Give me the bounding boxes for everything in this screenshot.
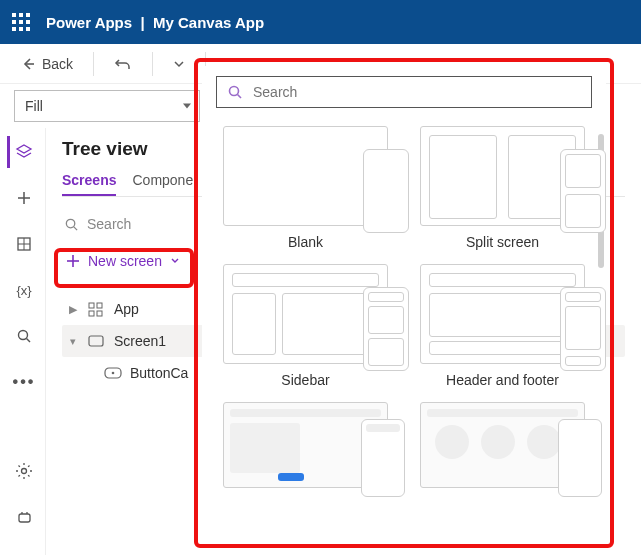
titlebar: Power Apps | My Canvas App [0,0,641,44]
virtual-agent-icon [16,509,33,526]
rail-more[interactable]: ••• [7,366,39,398]
svg-rect-20 [89,336,103,346]
card-label: Blank [288,234,323,250]
svg-rect-17 [97,303,102,308]
svg-rect-16 [89,303,94,308]
table-icon [16,236,32,252]
tree-search-placeholder: Search [87,216,131,232]
tree-node-label: App [114,301,139,317]
flyout-search[interactable] [216,76,592,108]
rail-search[interactable] [7,320,39,352]
svg-point-22 [112,372,115,375]
tab-screens[interactable]: Screens [62,166,116,196]
gear-icon [15,462,33,480]
svg-line-24 [238,95,242,99]
property-label: Fill [25,98,43,114]
svg-line-13 [74,226,77,229]
separator [152,52,153,76]
svg-point-12 [66,219,74,227]
svg-line-7 [27,339,31,343]
svg-rect-19 [97,311,102,316]
app-icon [88,302,106,317]
property-selector[interactable]: Fill [14,90,200,122]
button-icon [104,367,122,379]
variable-icon: {x} [16,283,31,298]
svg-point-8 [22,469,27,474]
layout-card-header-footer[interactable]: Header and footer [417,264,588,388]
left-rail: {x} ••• [0,128,46,555]
back-label: Back [42,56,73,72]
search-icon [64,217,79,232]
rail-settings[interactable] [7,455,39,487]
layers-icon [15,143,33,161]
card-label: Split screen [466,234,539,250]
chevron-down-icon [173,58,185,70]
screen-icon [88,335,106,347]
layout-cards: Blank Split screen [216,126,592,488]
layout-card-extra-2[interactable] [417,402,588,488]
title-text: Power Apps | My Canvas App [46,14,264,31]
new-screen-flyout: Blank Split screen [202,66,606,540]
back-arrow-icon [20,56,36,72]
layout-card-split-screen[interactable]: Split screen [417,126,588,250]
undo-split-button[interactable] [167,54,191,74]
search-icon [227,84,243,100]
separator [93,52,94,76]
undo-icon [114,55,132,73]
tree-node-label: Screen1 [114,333,166,349]
search-icon [16,328,32,344]
chevron-down-icon: ▾ [66,335,80,348]
tab-components[interactable]: Compone [132,166,193,196]
layout-card-extra-1[interactable] [220,402,391,488]
card-label: Sidebar [281,372,329,388]
flyout-search-input[interactable] [253,84,581,100]
svg-rect-18 [89,311,94,316]
layout-card-blank[interactable]: Blank [220,126,391,250]
back-button[interactable]: Back [14,52,79,76]
highlight-new-screen [54,248,194,288]
rail-data[interactable] [7,228,39,260]
card-label: Header and footer [446,372,559,388]
rail-tools[interactable] [7,501,39,533]
layout-card-sidebar[interactable]: Sidebar [220,264,391,388]
undo-button[interactable] [108,51,138,77]
plus-icon [16,190,32,206]
rail-tree-view[interactable] [7,136,39,168]
ellipsis-icon: ••• [13,373,36,391]
svg-point-6 [19,331,28,340]
waffle-icon[interactable] [12,13,30,31]
svg-rect-9 [19,514,30,522]
svg-point-23 [230,87,239,96]
rail-variables[interactable]: {x} [7,274,39,306]
rail-insert[interactable] [7,182,39,214]
chevron-right-icon: ▶ [66,303,80,316]
tree-node-label: ButtonCa [130,365,188,381]
